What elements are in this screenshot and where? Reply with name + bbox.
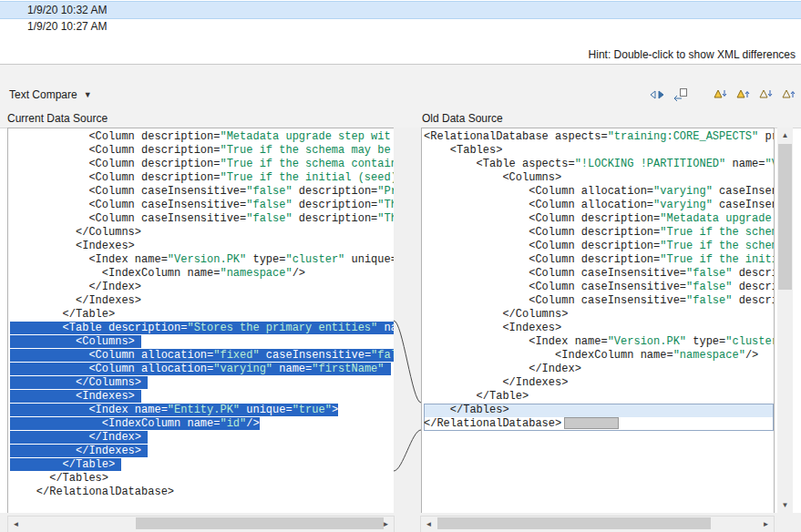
scroll-right-arrow-icon[interactable]: ►	[378, 517, 394, 532]
code-line[interactable]: </RelationalDatabase>	[424, 417, 774, 431]
code-line[interactable]: <Column caseInsensitive="false" descript…	[424, 294, 774, 308]
swap-panes-icon[interactable]	[648, 87, 666, 102]
code-line[interactable]: <IndexColumn name="namespace"/>	[10, 267, 394, 281]
code-line[interactable]: </Tables>	[10, 472, 394, 486]
history-row[interactable]: 1/9/20 10:27 AM	[0, 18, 801, 35]
code-line[interactable]: <Columns>	[10, 335, 394, 349]
compare-editor-window: 1/9/20 10:32 AM 1/9/20 10:27 AM Hint: Do…	[0, 0, 801, 532]
vertical-scrollbar[interactable]: ▲ ▼	[777, 128, 793, 513]
left-pane-title: Current Data Source	[7, 112, 108, 125]
compare-toolbar: Text Compare ▼ Current Data So	[0, 65, 801, 128]
code-line[interactable]: <Table aspects="!LOCKING !PARTITIONED" n…	[424, 158, 774, 171]
code-line[interactable]: </Columns>	[10, 376, 394, 390]
code-line[interactable]: </Index>	[424, 363, 774, 376]
code-line[interactable]: <Column allocation="varying" caseInsensi…	[424, 199, 774, 212]
code-line[interactable]: <Column description="True if the schema …	[10, 158, 394, 171]
code-line[interactable]: </Tables>	[424, 404, 774, 417]
scroll-up-arrow-icon[interactable]: ▲	[777, 128, 793, 143]
code-line[interactable]: <Indexes>	[10, 240, 394, 253]
previous-difference-icon[interactable]	[734, 87, 752, 102]
current-source-editor[interactable]: <Column description="Metadata upgrade st…	[7, 128, 395, 515]
chevron-down-icon: ▼	[84, 90, 92, 99]
code-line[interactable]: </Table>	[10, 458, 394, 472]
left-horizontal-scrollbar[interactable]: ◄ ►	[7, 516, 395, 532]
right-pane-title: Old Data Source	[422, 112, 503, 125]
next-difference-icon[interactable]	[711, 87, 729, 102]
right-horizontal-scrollbar-thumb[interactable]	[437, 517, 711, 529]
code-line[interactable]: <Indexes>	[424, 322, 774, 335]
scroll-left-arrow-icon[interactable]: ◄	[421, 517, 436, 532]
code-line[interactable]: <IndexColumn name="id"/>	[10, 417, 394, 431]
code-line[interactable]: <Index name="Entity.PK" unique="true">	[10, 404, 394, 417]
history-row-selected[interactable]: 1/9/20 10:32 AM	[0, 1, 801, 19]
code-line[interactable]: <Columns>	[424, 171, 774, 185]
compare-mode-dropdown[interactable]: Text Compare ▼	[9, 88, 92, 101]
code-line[interactable]: <Column allocation="varying" caseInsensi…	[424, 185, 774, 199]
vertical-scrollbar-thumb[interactable]	[778, 144, 792, 290]
code-line[interactable]: <Column caseInsensitive="false" descript…	[10, 199, 394, 212]
code-line[interactable]: <Column caseInsensitive="false" descript…	[10, 185, 394, 199]
code-line[interactable]: <Index name="Version.PK" type="cluster" …	[424, 335, 774, 349]
code-line[interactable]: <Column caseInsensitive="false" descript…	[424, 281, 774, 294]
code-line[interactable]: <Index name="Version.PK" type="cluster" …	[10, 253, 394, 267]
code-line[interactable]: </Table>	[10, 308, 394, 322]
scrollbar-corner	[777, 516, 793, 531]
code-line[interactable]: </Indexes>	[424, 376, 774, 390]
history-timestamp: 1/9/20 10:27 AM	[27, 20, 107, 33]
code-line[interactable]: <Column allocation="fixed" caseInsensiti…	[10, 349, 394, 363]
code-line[interactable]: <Column caseInsensitive="false" descript…	[424, 267, 774, 281]
left-horizontal-scrollbar-thumb[interactable]	[136, 517, 384, 529]
code-line[interactable]: <Column allocation="varying" name="first…	[10, 363, 394, 376]
code-line[interactable]: <Column description="True if the schema …	[424, 226, 774, 240]
copy-current-change-right-to-left-icon[interactable]	[671, 87, 689, 102]
code-line[interactable]: <RelationalDatabase aspects="training:CO…	[424, 130, 774, 144]
code-line[interactable]: <Table description="Stores the primary e…	[10, 322, 394, 335]
code-line[interactable]: <Column description="True if the schema …	[424, 240, 774, 253]
scroll-left-arrow-icon[interactable]: ◄	[8, 517, 24, 532]
code-line[interactable]: </Indexes>	[10, 294, 394, 308]
insertion-range-marker	[564, 417, 619, 429]
code-line[interactable]: </Index>	[10, 281, 394, 294]
code-line[interactable]: </Table>	[424, 390, 774, 404]
code-line[interactable]: <Column description="True if the initial…	[424, 253, 774, 267]
code-line[interactable]: <Column description="Metadata upgrade st…	[424, 212, 774, 226]
code-line[interactable]: </Indexes>	[10, 445, 394, 458]
hint-text: Hint: Double-click to show XML differenc…	[589, 48, 796, 61]
previous-change-icon[interactable]	[779, 87, 797, 102]
diff-connector-lines	[394, 128, 421, 513]
code-line[interactable]: </Index>	[10, 431, 394, 445]
next-change-icon[interactable]	[756, 87, 775, 102]
history-timestamp: 1/9/20 10:32 AM	[27, 4, 107, 16]
code-line[interactable]: </RelationalDatabase>	[10, 486, 394, 499]
code-line[interactable]: </Columns>	[10, 226, 394, 240]
code-line[interactable]: <Tables>	[424, 144, 774, 158]
diff-connector-gutter	[394, 128, 421, 513]
compare-mode-label: Text Compare	[9, 88, 77, 101]
code-line[interactable]: <Column description="True if the initial…	[10, 171, 394, 185]
scroll-down-arrow-icon[interactable]: ▼	[777, 497, 793, 513]
right-horizontal-scrollbar[interactable]: ◄ ►	[420, 516, 775, 532]
code-line[interactable]: <Indexes>	[10, 390, 394, 404]
code-line[interactable]: <Column caseInsensitive="false" descript…	[10, 212, 394, 226]
old-source-editor[interactable]: <RelationalDatabase aspects="training:CO…	[421, 128, 775, 515]
code-line[interactable]: <Column description="True if the schema …	[10, 144, 394, 158]
code-line[interactable]: <Column description="Metadata upgrade st…	[10, 130, 394, 144]
scroll-right-arrow-icon[interactable]: ►	[758, 517, 774, 532]
code-line[interactable]: <IndexColumn name="namespace"/>	[424, 349, 774, 363]
code-line[interactable]: </Columns>	[424, 308, 774, 322]
hint-bar: Hint: Double-click to show XML differenc…	[0, 46, 801, 65]
compare-tools	[648, 87, 797, 102]
